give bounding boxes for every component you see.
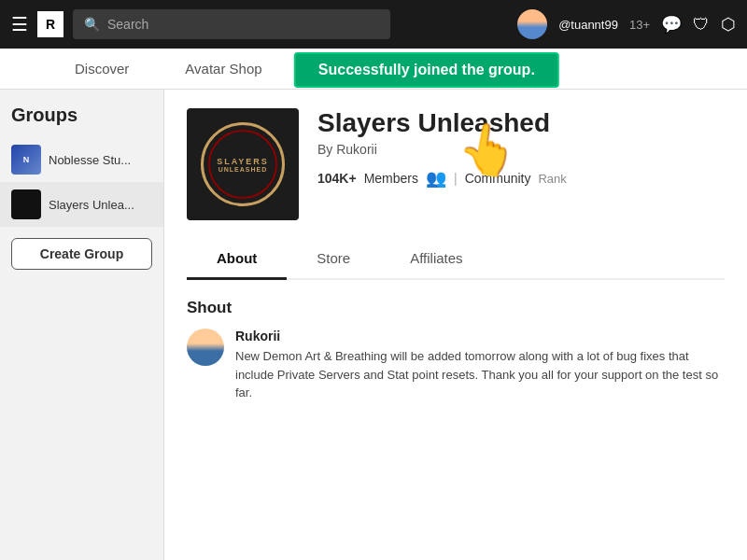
tab-affiliates[interactable]: Affiliates — [380, 239, 492, 280]
search-placeholder: Search — [107, 17, 148, 32]
sidebar: Groups N Noblesse Stu... Slayers Unlea..… — [0, 90, 164, 560]
shout-text: New Demon Art & Breathing will be added … — [235, 347, 725, 402]
group-info: Slayers Unleashed By Rukorii 104K+ Membe… — [317, 108, 725, 189]
group-logo-inner: Slayers Unleashed — [201, 122, 285, 206]
age-badge: 13+ — [629, 18, 650, 32]
group-stats: 104K+ Members 👥 | Community Rank — [317, 168, 725, 189]
create-group-button[interactable]: Create Group — [11, 238, 152, 270]
sidebar-title: Groups — [0, 105, 163, 137]
slayers-thumb — [11, 189, 41, 219]
success-banner: Successfully joined the group. — [294, 52, 559, 88]
group-logo-text: Slayers Unleashed — [217, 157, 269, 173]
search-icon: 🔍 — [84, 17, 100, 32]
secondary-nav: Discover Avatar Shop Create Robux Succes… — [0, 49, 747, 90]
top-nav: ☰ R 🔍 Search @tuannt99 13+ 💬 🛡 ⬡ — [0, 0, 747, 49]
roblox-logo: R — [37, 11, 63, 37]
shout-body: Rukorii New Demon Art & Breathing will b… — [235, 329, 725, 402]
shout-avatar — [187, 329, 224, 366]
group-logo: Slayers Unleashed — [187, 108, 299, 220]
main-content: Groups N Noblesse Stu... Slayers Unlea..… — [0, 90, 747, 560]
group-header: Slayers Unleashed Slayers Unleashed By R… — [187, 108, 725, 220]
group-name: Slayers Unleashed — [317, 108, 725, 138]
shout-title: Shout — [187, 299, 725, 317]
robux-icon[interactable]: ⬡ — [721, 14, 736, 35]
username-label: @tuannt99 — [558, 18, 618, 32]
sidebar-item-slayers[interactable]: Slayers Unlea... — [0, 182, 163, 227]
hamburger-icon[interactable]: ☰ — [11, 13, 28, 35]
shout-content: Rukorii New Demon Art & Breathing will b… — [187, 329, 725, 402]
rank-suffix: Rank — [538, 172, 566, 186]
noblesse-thumb: N — [11, 145, 41, 175]
members-count: 104K+ — [317, 171, 357, 186]
chat-icon[interactable]: 💬 — [661, 14, 682, 35]
group-by: By Rukorii — [317, 142, 725, 157]
group-tabs: About Store Affiliates — [187, 239, 725, 280]
nav-avatar-shop[interactable]: Avatar Shop — [185, 49, 261, 89]
members-icon: 👥 — [426, 168, 446, 189]
search-bar[interactable]: 🔍 Search — [73, 9, 390, 39]
nav-discover[interactable]: Discover — [75, 49, 129, 89]
tab-about[interactable]: About — [187, 239, 287, 280]
shield-icon[interactable]: 🛡 — [693, 15, 710, 35]
group-detail: Slayers Unleashed Slayers Unleashed By R… — [164, 90, 747, 560]
banner-text: Successfully joined the group. — [318, 62, 535, 77]
rank-label: Community — [465, 171, 531, 186]
sidebar-item-noblesse[interactable]: N Noblesse Stu... — [0, 137, 163, 182]
nav-right-section: @tuannt99 13+ 💬 🛡 ⬡ — [517, 9, 736, 39]
shout-section: Shout Rukorii New Demon Art & Breathing … — [187, 299, 725, 402]
members-label: Members — [364, 171, 418, 186]
slayers-name: Slayers Unlea... — [49, 198, 134, 212]
tab-store[interactable]: Store — [287, 239, 380, 280]
noblesse-name: Noblesse Stu... — [49, 153, 131, 167]
shout-username: Rukorii — [235, 329, 725, 343]
avatar[interactable] — [517, 9, 547, 39]
